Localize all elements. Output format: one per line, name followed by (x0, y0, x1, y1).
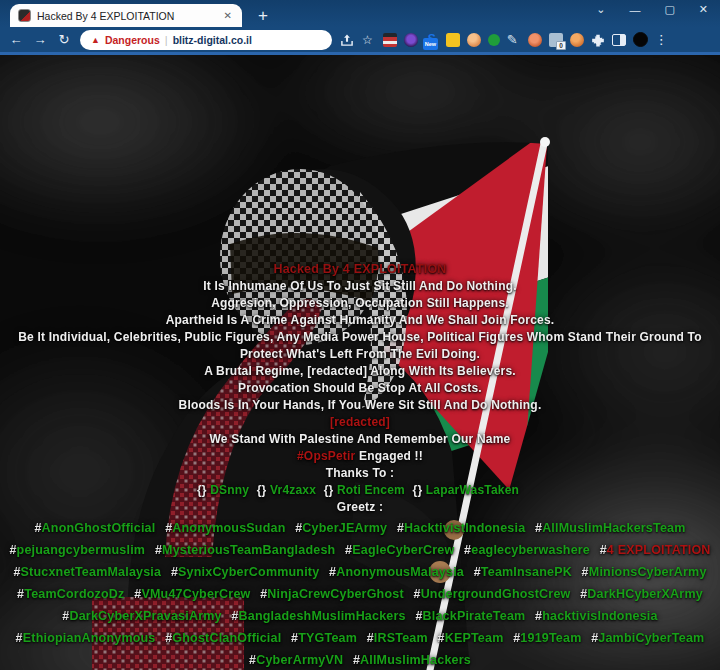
extensions-row: SNew ✎ 0 ⋮ (383, 32, 668, 47)
orange-face-extension-icon[interactable] (467, 33, 481, 47)
thanks-separator: {} (324, 483, 337, 497)
thanks-name: Vr4zaxx (270, 483, 316, 497)
window-minimize-icon[interactable]: — (629, 4, 640, 16)
greetz-tag: #IRSTeam (367, 631, 428, 645)
zero-badge: 0 (556, 41, 566, 50)
thanks-separator: {} (257, 483, 270, 497)
defacement-text: Hacked By 4 EXPLOITATION It Is Inhumane … (0, 260, 720, 670)
greetz-tag: #GhostClanOfficial (165, 631, 281, 645)
op-line: #OpsPetir Engaged !! (0, 448, 720, 465)
extensions-puzzle-icon[interactable] (591, 33, 605, 47)
back-icon[interactable]: ← (8, 33, 24, 46)
greetz-tag: #JambiCyberTeam (591, 631, 704, 645)
greetz-tag: #CyberArmyVN (249, 653, 343, 667)
greetz-tag: #AllMuslimHackersTeam (535, 521, 686, 535)
greetz-tag: #CyberJEArmy (295, 521, 387, 535)
greetz-tag: #DarkCyberXPravasiArmy (62, 609, 221, 623)
browser-menu-icon[interactable]: ⋮ (655, 32, 668, 47)
manifesto-line: It Is Inhumane Of Us To Just Sit Still A… (0, 278, 720, 295)
thanks-heading: Thanks To : (0, 465, 720, 482)
url-text[interactable]: blitz-digital.co.il (173, 34, 252, 46)
greetz-tag: #TeamCordozoDz (17, 587, 124, 601)
greetz-tag: #TeamInsanePK (474, 565, 572, 579)
manifesto: It Is Inhumane Of Us To Just Sit Still A… (0, 278, 720, 448)
greetz-tag: #DarkHCyberXArmy (580, 587, 703, 601)
thanks-separator: {} (197, 483, 210, 497)
window-close-icon[interactable]: ✕ (699, 3, 708, 16)
greetz-tags: #AnonGhostOfficial #AnonymousSudan #Cybe… (6, 517, 714, 670)
greetz-tag: #VMu47CyberCrew (134, 587, 250, 601)
thanks-names: {} DSnny {} Vr4zaxx {} Roti Encem {} Lap… (0, 482, 720, 499)
forward-icon[interactable]: → (32, 33, 48, 46)
greetz-tag: #HacktivistIndonesia (397, 521, 525, 535)
thanks-name: DSnny (210, 483, 249, 497)
defacement-heading: Hacked By 4 EXPLOITATION (0, 260, 720, 278)
new-tab-button[interactable]: + (258, 7, 268, 24)
counter-extension-icon[interactable]: 0 (549, 33, 563, 47)
greetz-tag: #EagleCyberCrew (345, 543, 454, 557)
greetz-tag: #SynixCyberCommunity (171, 565, 320, 579)
greetz-tag: #eaglecyberwashere (464, 543, 590, 557)
greetz-heading: Greetz : (0, 499, 720, 516)
greetz-tag: #AllMuslimHackers (353, 653, 471, 667)
tab-close-icon[interactable]: ✕ (222, 8, 234, 23)
greetz-tag: #EthiopianAnonymous (16, 631, 156, 645)
greetz-tag: #1919Team (513, 631, 581, 645)
manifesto-line: Aggresion, Oppression, Occupation Still … (0, 295, 720, 312)
greetz-tag: #AnonymousMalaysia (329, 565, 464, 579)
greetz-tag: #pejuangcybermuslim (9, 543, 145, 557)
tab-title: Hacked By 4 EXPLOITATION (37, 10, 216, 22)
address-bar[interactable]: ▲ Dangerous | blitz-digital.co.il (80, 30, 332, 50)
page-content: Hacked By 4 EXPLOITATION It Is Inhumane … (0, 52, 720, 670)
greetz-tag: #UndergroundGhostCrew (413, 587, 570, 601)
side-panel-icon[interactable] (612, 34, 626, 46)
purple-ring-extension-icon[interactable] (404, 33, 418, 47)
thanks-name: LaparWasTaken (426, 483, 519, 497)
greetz-tag: #StucxnetTeamMalaysia (13, 565, 161, 579)
profile-avatar[interactable] (633, 32, 648, 47)
orange-sphere-extension-icon[interactable] (570, 33, 584, 47)
flag-extension-icon[interactable] (383, 33, 397, 47)
new-badge: New (423, 38, 438, 50)
thanks-separator: {} (413, 483, 426, 497)
greetz-tag: #BlackPirateTeam (415, 609, 525, 623)
manifesto-line: Bloods Is In Your Hands, If You Were Sit… (0, 397, 720, 414)
greetz-tag: #4 EXPLOITATION (600, 543, 711, 557)
window-controls: ⌄ — ▢ ✕ (596, 3, 708, 16)
orange-circle-extension-icon[interactable] (528, 33, 542, 47)
thanks-name: Roti Encem (337, 483, 405, 497)
dangerous-label[interactable]: Dangerous (105, 34, 160, 46)
bookmark-star-icon[interactable]: ☆ (362, 33, 373, 47)
manifesto-line: Provocation Should Be Stop At All Costs. (0, 380, 720, 397)
green-dot-extension-icon[interactable] (488, 34, 500, 46)
page-top-strip (0, 52, 720, 55)
greetz-tag: #hacktivisIndonesia (535, 609, 658, 623)
op-rest: Engaged !! (359, 449, 423, 463)
browser-window: Hacked By 4 EXPLOITATION ✕ + ⌄ — ▢ ✕ ← →… (0, 0, 720, 670)
manifesto-line: Apartheid Is A Crime Against Humanity An… (0, 312, 720, 329)
manifesto-line: Be It Individual, Celebrities, Public Fi… (0, 329, 720, 363)
pencil-extension-icon[interactable]: ✎ (507, 33, 521, 47)
dangerous-warning-icon[interactable]: ▲ (91, 35, 100, 45)
manifesto-line: We Stand With Palestine And Remember Our… (0, 431, 720, 448)
manifesto-line: A Brutal Regime, [redacted] Along With I… (0, 363, 720, 380)
tab-strip: Hacked By 4 EXPLOITATION ✕ + ⌄ — ▢ ✕ (0, 0, 720, 27)
site-favicon-icon (18, 9, 31, 22)
yellow-note-extension-icon[interactable] (446, 33, 460, 47)
greetz-tag: #BangladeshMuslimHackers (231, 609, 405, 623)
greetz-tag: #MysteriousTeamBangladesh (155, 543, 336, 557)
greetz-tag: #MinionsCyberArmy (582, 565, 707, 579)
s-new-extension-icon[interactable]: SNew (425, 33, 439, 47)
share-icon[interactable] (340, 33, 354, 47)
greetz-tag: #NinjaCrewCyberGhost (260, 587, 404, 601)
window-chevron-icon[interactable]: ⌄ (596, 3, 605, 16)
url-separator: | (165, 34, 168, 46)
window-maximize-icon[interactable]: ▢ (664, 3, 674, 16)
op-hashtag: #OpsPetir (297, 449, 356, 463)
greetz-tag: #KEPTeam (438, 631, 504, 645)
browser-tab[interactable]: Hacked By 4 EXPLOITATION ✕ (10, 4, 242, 27)
reload-icon[interactable]: ↻ (56, 33, 72, 46)
manifesto-line: [redacted] (0, 414, 720, 431)
browser-toolbar: ← → ↻ ▲ Dangerous | blitz-digital.co.il … (0, 27, 720, 52)
greetz-tag: #AnonymousSudan (165, 521, 285, 535)
